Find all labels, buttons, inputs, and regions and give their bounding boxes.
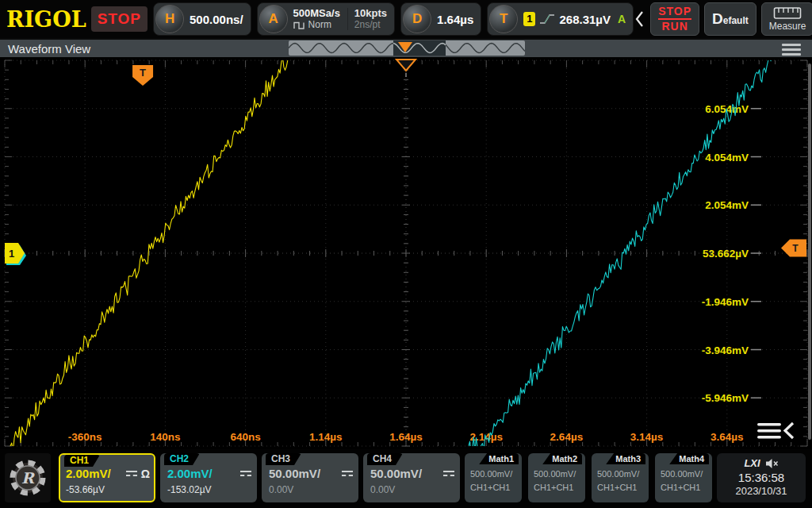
math-tab: Math3 — [606, 453, 645, 464]
x-axis-label: 2.14µs — [469, 431, 503, 443]
run-state-badge: STOP — [91, 6, 147, 32]
math-expression: CH1+CH1 — [534, 481, 585, 495]
lxi-label: LXI — [744, 457, 760, 469]
delay-value: 1.64µs — [437, 13, 473, 26]
gear-logo-icon: R — [8, 458, 48, 498]
svg-text:R: R — [21, 469, 35, 487]
channel-box-ch2[interactable]: CH22.00mV/-153.02µV — [160, 453, 257, 502]
trigger-pill[interactable]: T 1 268.31µV A — [487, 2, 634, 36]
ruler-icon — [773, 6, 802, 20]
math-box-math2[interactable]: Math2500.00mV/CH1+CH1 — [528, 453, 585, 502]
top-toolbar: RIGOL STOP H 500.00ns/ A 500MSa/s Norm 1… — [0, 0, 812, 38]
math-expression: CH1+CH1 — [597, 481, 649, 495]
math-box-math4[interactable]: Math4500.00mV/CH1+CH1 — [655, 453, 712, 502]
channel-tab-ch2: CH2 — [164, 453, 200, 465]
sample-rate: 500MSa/s — [293, 8, 340, 20]
channel-scale: 2.00mV/ — [66, 467, 111, 480]
trigger-level: 268.31µV — [559, 13, 611, 26]
svg-text:1: 1 — [9, 248, 14, 260]
measure-button[interactable]: Measure — [761, 2, 812, 36]
channel-box-ch3[interactable]: CH350.00mV/0.00V — [262, 453, 358, 502]
channel-scale: 50.00mV/ — [370, 467, 422, 480]
rigol-gear-button[interactable]: R — [5, 453, 51, 502]
y-axis-label: 2.054mV — [705, 199, 749, 211]
math-box-math1[interactable]: Math1500.00mV/CH1+CH1 — [465, 453, 522, 502]
measure-label: Measure — [769, 21, 806, 32]
x-axis-label: 3.14µs — [630, 431, 664, 443]
x-axis-label: -360ns — [68, 431, 102, 443]
trigger-source-badge: 1 — [523, 12, 535, 26]
math-scale: 500.00mV/ — [470, 468, 522, 481]
timebase-value: 500.00ns/ — [190, 13, 243, 26]
memory-depth: 10kpts — [354, 8, 387, 20]
stop-run-button[interactable]: STOP RUN — [650, 2, 699, 36]
horizontal-knob[interactable]: H — [155, 5, 184, 33]
y-axis-label: 6.054mV — [705, 103, 749, 115]
impedance-icon: Ω — [141, 468, 150, 480]
default-label: Default — [712, 10, 749, 28]
svg-text:T: T — [792, 243, 799, 254]
speaker-muted-icon — [765, 458, 779, 469]
channel-offset: 0.00V — [370, 484, 454, 495]
dc-coupling-icon — [240, 471, 251, 476]
channel-box-ch1[interactable]: CH12.00mV/Ω-53.66µV — [59, 453, 155, 502]
channel-box-ch4[interactable]: CH450.00mV/0.00V — [363, 453, 460, 502]
toolbar-scroll-left[interactable] — [635, 10, 644, 28]
math-scale: 500.00mV/ — [661, 468, 712, 481]
x-axis-label: 3.64µs — [710, 431, 744, 443]
trigger-knob[interactable]: T — [489, 5, 518, 33]
math-box-math3[interactable]: Math3500.00mV/CH1+CH1 — [592, 453, 649, 502]
channel-tab-ch1: CH1 — [64, 455, 100, 467]
channel-tab-ch4: CH4 — [367, 453, 403, 465]
run-label: RUN — [661, 20, 688, 34]
waveform-overview-strip[interactable] — [289, 40, 525, 56]
y-axis-label: -1.946mV — [702, 296, 749, 308]
channel-scale: 2.00mV/ — [167, 467, 213, 480]
y-axis-label: 53.662µV — [703, 248, 749, 260]
channel-tab-ch3: CH3 — [266, 453, 301, 465]
x-axis-label: 640ns — [230, 431, 260, 443]
rigol-logo: RIGOL — [6, 7, 86, 32]
system-info-box[interactable]: LXI 15:36:58 2023/10/31 — [717, 453, 806, 502]
system-date: 2023/10/31 — [717, 485, 806, 497]
stop-label: STOP — [658, 5, 691, 21]
svg-text:T: T — [140, 67, 146, 79]
pulse-icon — [293, 21, 306, 29]
horizontal-timebase-pill[interactable]: H 500.00ns/ — [153, 2, 251, 36]
math-scale: 500.00mV/ — [534, 468, 585, 481]
dc-coupling-icon — [126, 471, 137, 476]
menu-icon[interactable] — [782, 44, 801, 56]
math-tab: Math4 — [669, 453, 709, 464]
channel-scale: 50.00mV/ — [269, 467, 320, 480]
sample-interval: 2ns/pt — [354, 20, 387, 31]
trigger-status: A — [618, 13, 626, 25]
x-axis-label: 140ns — [150, 431, 180, 443]
acquire-mode: Norm — [308, 20, 331, 31]
math-tab: Math1 — [479, 453, 519, 464]
y-axis-label: -3.946mV — [702, 344, 749, 356]
channel-offset: 0.00V — [269, 484, 353, 495]
math-expression: CH1+CH1 — [470, 481, 522, 495]
right-scrollbar[interactable] — [808, 64, 811, 440]
acquisition-pill[interactable]: A 500MSa/s Norm 10kpts 2ns/pt — [257, 2, 395, 36]
math-expression: CH1+CH1 — [661, 481, 712, 495]
rising-edge-icon — [539, 13, 555, 25]
x-axis-label: 1.64µs — [389, 431, 423, 443]
delay-pill[interactable]: D 1.64µs — [400, 2, 481, 36]
acquisition-knob[interactable]: A — [259, 5, 288, 33]
dc-coupling-icon — [342, 471, 353, 476]
delay-knob[interactable]: D — [403, 5, 431, 33]
math-scale: 500.00mV/ — [597, 468, 649, 481]
y-axis-label: 4.054mV — [705, 152, 749, 164]
dc-coupling-icon — [443, 471, 454, 476]
channel-status-bar: R CH12.00mV/Ω-53.66µVCH22.00mV/-153.02µV… — [0, 449, 812, 508]
default-button[interactable]: Default — [704, 2, 756, 36]
channel-offset: -53.66µV — [66, 484, 150, 495]
waveform-display[interactable]: -360ns140ns640ns1.14µs1.64µs2.14µs2.64µs… — [0, 57, 812, 449]
x-axis-label: 1.14µs — [309, 431, 343, 443]
x-axis-label: 2.64µs — [550, 431, 584, 443]
page-title: Waveform View — [8, 42, 90, 56]
y-axis-label: -5.946mV — [702, 392, 749, 404]
math-tab: Math2 — [542, 453, 582, 464]
channel-offset: -153.02µV — [167, 484, 251, 495]
